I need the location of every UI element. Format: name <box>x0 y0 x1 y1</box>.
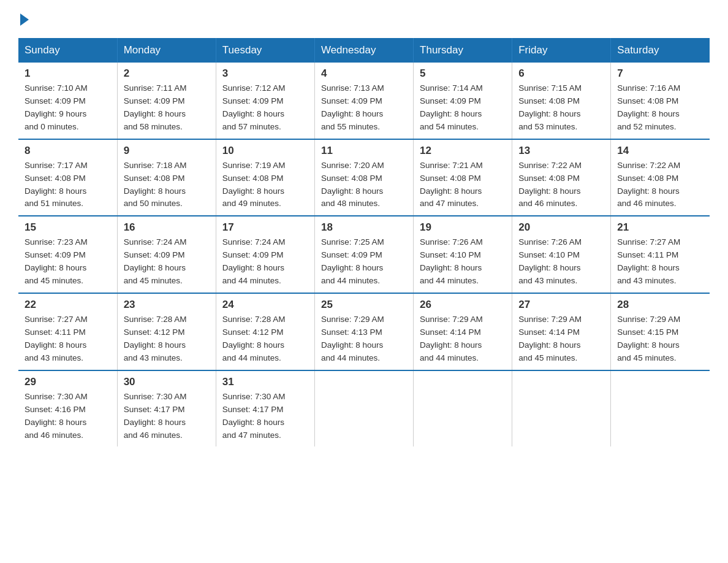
calendar-day-cell: 8 Sunrise: 7:17 AM Sunset: 4:08 PM Dayli… <box>18 139 117 216</box>
day-number: 15 <box>25 221 111 234</box>
day-number: 29 <box>25 376 111 388</box>
day-info: Sunrise: 7:29 AM Sunset: 4:13 PM Dayligh… <box>321 313 407 365</box>
day-info: Sunrise: 7:26 AM Sunset: 4:10 PM Dayligh… <box>518 236 604 288</box>
calendar-day-cell: 28 Sunrise: 7:29 AM Sunset: 4:15 PM Dayl… <box>611 293 710 370</box>
calendar-week-row: 15 Sunrise: 7:23 AM Sunset: 4:09 PM Dayl… <box>18 216 710 293</box>
day-info: Sunrise: 7:30 AM Sunset: 4:17 PM Dayligh… <box>222 391 308 442</box>
day-number: 31 <box>222 376 308 388</box>
calendar-day-cell: 22 Sunrise: 7:27 AM Sunset: 4:11 PM Dayl… <box>18 293 117 370</box>
calendar-week-row: 29 Sunrise: 7:30 AM Sunset: 4:16 PM Dayl… <box>18 370 710 447</box>
day-info: Sunrise: 7:14 AM Sunset: 4:09 PM Dayligh… <box>420 82 506 134</box>
calendar-day-cell: 30 Sunrise: 7:30 AM Sunset: 4:17 PM Dayl… <box>117 370 216 447</box>
day-of-week-header: Wednesday <box>314 38 413 63</box>
day-number: 8 <box>25 145 111 157</box>
calendar-day-cell: 3 Sunrise: 7:12 AM Sunset: 4:09 PM Dayli… <box>216 63 314 139</box>
calendar-week-row: 8 Sunrise: 7:17 AM Sunset: 4:08 PM Dayli… <box>18 139 710 216</box>
day-number: 3 <box>222 67 308 80</box>
day-info: Sunrise: 7:16 AM Sunset: 4:08 PM Dayligh… <box>617 82 703 134</box>
day-number: 14 <box>617 145 703 157</box>
day-of-week-header: Tuesday <box>216 38 314 63</box>
calendar-day-cell: 20 Sunrise: 7:26 AM Sunset: 4:10 PM Dayl… <box>512 216 611 293</box>
day-info: Sunrise: 7:30 AM Sunset: 4:17 PM Dayligh… <box>124 391 210 442</box>
day-info: Sunrise: 7:20 AM Sunset: 4:08 PM Dayligh… <box>321 159 407 211</box>
day-number: 18 <box>321 221 407 234</box>
day-info: Sunrise: 7:11 AM Sunset: 4:09 PM Dayligh… <box>124 82 210 134</box>
day-info: Sunrise: 7:24 AM Sunset: 4:09 PM Dayligh… <box>222 236 308 288</box>
calendar-day-cell: 26 Sunrise: 7:29 AM Sunset: 4:14 PM Dayl… <box>414 293 512 370</box>
calendar-day-cell: 29 Sunrise: 7:30 AM Sunset: 4:16 PM Dayl… <box>18 370 117 447</box>
day-number: 12 <box>420 145 506 157</box>
calendar-day-cell: 24 Sunrise: 7:28 AM Sunset: 4:12 PM Dayl… <box>216 293 314 370</box>
day-info: Sunrise: 7:19 AM Sunset: 4:08 PM Dayligh… <box>222 159 308 211</box>
calendar-day-cell: 27 Sunrise: 7:29 AM Sunset: 4:14 PM Dayl… <box>512 293 611 370</box>
day-info: Sunrise: 7:24 AM Sunset: 4:09 PM Dayligh… <box>124 236 210 288</box>
day-number: 16 <box>124 221 210 234</box>
calendar-day-cell: 13 Sunrise: 7:22 AM Sunset: 4:08 PM Dayl… <box>512 139 611 216</box>
day-info: Sunrise: 7:15 AM Sunset: 4:08 PM Dayligh… <box>518 82 604 134</box>
calendar-day-cell: 5 Sunrise: 7:14 AM Sunset: 4:09 PM Dayli… <box>414 63 512 139</box>
day-info: Sunrise: 7:29 AM Sunset: 4:14 PM Dayligh… <box>420 313 506 365</box>
calendar-day-cell: 31 Sunrise: 7:30 AM Sunset: 4:17 PM Dayl… <box>216 370 314 447</box>
calendar-day-cell: 18 Sunrise: 7:25 AM Sunset: 4:09 PM Dayl… <box>314 216 413 293</box>
day-info: Sunrise: 7:12 AM Sunset: 4:09 PM Dayligh… <box>222 82 308 134</box>
calendar-day-cell: 16 Sunrise: 7:24 AM Sunset: 4:09 PM Dayl… <box>117 216 216 293</box>
calendar-day-cell <box>512 370 611 447</box>
day-number: 26 <box>420 299 506 311</box>
calendar-day-cell <box>314 370 413 447</box>
day-info: Sunrise: 7:13 AM Sunset: 4:09 PM Dayligh… <box>321 82 407 134</box>
day-number: 21 <box>617 221 703 234</box>
day-info: Sunrise: 7:28 AM Sunset: 4:12 PM Dayligh… <box>222 313 308 365</box>
day-number: 22 <box>25 299 111 311</box>
calendar-day-cell: 17 Sunrise: 7:24 AM Sunset: 4:09 PM Dayl… <box>216 216 314 293</box>
calendar-day-cell: 7 Sunrise: 7:16 AM Sunset: 4:08 PM Dayli… <box>611 63 710 139</box>
calendar-day-cell: 10 Sunrise: 7:19 AM Sunset: 4:08 PM Dayl… <box>216 139 314 216</box>
day-number: 17 <box>222 221 308 234</box>
day-info: Sunrise: 7:28 AM Sunset: 4:12 PM Dayligh… <box>124 313 210 365</box>
day-info: Sunrise: 7:26 AM Sunset: 4:10 PM Dayligh… <box>420 236 506 288</box>
day-number: 13 <box>518 145 604 157</box>
calendar-day-cell: 23 Sunrise: 7:28 AM Sunset: 4:12 PM Dayl… <box>117 293 216 370</box>
calendar-day-cell: 2 Sunrise: 7:11 AM Sunset: 4:09 PM Dayli… <box>117 63 216 139</box>
day-of-week-header: Friday <box>512 38 611 63</box>
day-number: 11 <box>321 145 407 157</box>
day-number: 5 <box>420 67 506 80</box>
day-number: 10 <box>222 145 308 157</box>
day-info: Sunrise: 7:27 AM Sunset: 4:11 PM Dayligh… <box>25 313 111 365</box>
page-header <box>18 12 710 26</box>
day-of-week-header: Thursday <box>414 38 512 63</box>
day-number: 2 <box>124 67 210 80</box>
day-number: 25 <box>321 299 407 311</box>
calendar-day-cell: 14 Sunrise: 7:22 AM Sunset: 4:08 PM Dayl… <box>611 139 710 216</box>
day-number: 23 <box>124 299 210 311</box>
logo-triangle-icon <box>20 13 29 26</box>
day-info: Sunrise: 7:25 AM Sunset: 4:09 PM Dayligh… <box>321 236 407 288</box>
day-number: 20 <box>518 221 604 234</box>
calendar-day-cell: 12 Sunrise: 7:21 AM Sunset: 4:08 PM Dayl… <box>414 139 512 216</box>
day-of-week-header: Monday <box>117 38 216 63</box>
calendar-day-cell <box>414 370 512 447</box>
calendar-day-cell: 19 Sunrise: 7:26 AM Sunset: 4:10 PM Dayl… <box>414 216 512 293</box>
calendar-week-row: 22 Sunrise: 7:27 AM Sunset: 4:11 PM Dayl… <box>18 293 710 370</box>
day-info: Sunrise: 7:29 AM Sunset: 4:14 PM Dayligh… <box>518 313 604 365</box>
day-number: 6 <box>518 67 604 80</box>
calendar-day-cell: 21 Sunrise: 7:27 AM Sunset: 4:11 PM Dayl… <box>611 216 710 293</box>
day-info: Sunrise: 7:27 AM Sunset: 4:11 PM Dayligh… <box>617 236 703 288</box>
day-info: Sunrise: 7:23 AM Sunset: 4:09 PM Dayligh… <box>25 236 111 288</box>
day-info: Sunrise: 7:17 AM Sunset: 4:08 PM Dayligh… <box>25 159 111 211</box>
day-of-week-header: Sunday <box>18 38 117 63</box>
calendar-header-row: SundayMondayTuesdayWednesdayThursdayFrid… <box>18 38 710 63</box>
calendar-day-cell <box>611 370 710 447</box>
day-number: 30 <box>124 376 210 388</box>
day-info: Sunrise: 7:29 AM Sunset: 4:15 PM Dayligh… <box>617 313 703 365</box>
day-info: Sunrise: 7:18 AM Sunset: 4:08 PM Dayligh… <box>124 159 210 211</box>
calendar-week-row: 1 Sunrise: 7:10 AM Sunset: 4:09 PM Dayli… <box>18 63 710 139</box>
day-info: Sunrise: 7:10 AM Sunset: 4:09 PM Dayligh… <box>25 82 111 134</box>
calendar-day-cell: 4 Sunrise: 7:13 AM Sunset: 4:09 PM Dayli… <box>314 63 413 139</box>
day-number: 4 <box>321 67 407 80</box>
day-number: 9 <box>124 145 210 157</box>
calendar-table: SundayMondayTuesdayWednesdayThursdayFrid… <box>18 38 710 446</box>
day-of-week-header: Saturday <box>611 38 710 63</box>
day-number: 7 <box>617 67 703 80</box>
calendar-day-cell: 15 Sunrise: 7:23 AM Sunset: 4:09 PM Dayl… <box>18 216 117 293</box>
day-info: Sunrise: 7:22 AM Sunset: 4:08 PM Dayligh… <box>617 159 703 211</box>
